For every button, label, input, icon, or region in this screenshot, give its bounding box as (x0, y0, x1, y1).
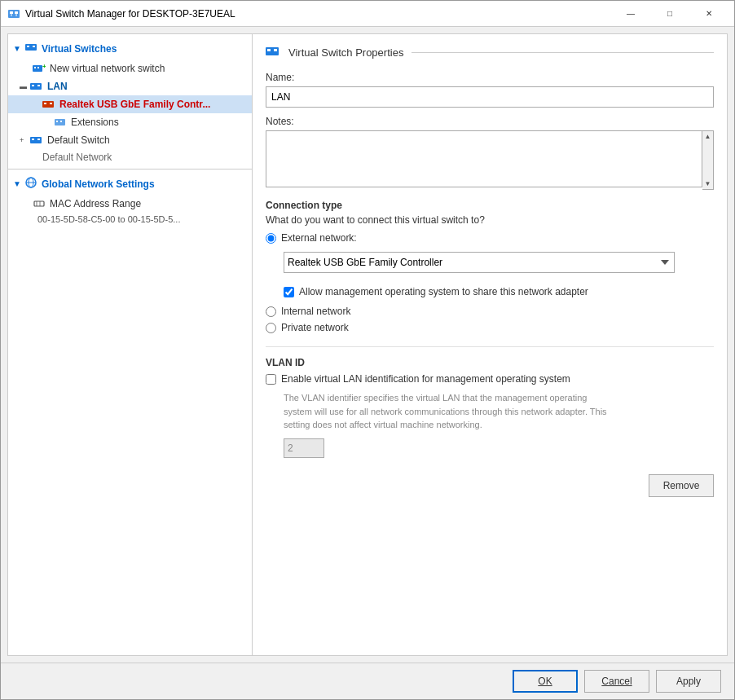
new-switch-label: New virtual network switch (50, 63, 165, 74)
app-icon (7, 7, 20, 20)
global-settings-icon (24, 176, 37, 192)
new-switch-item[interactable]: + New virtual network switch (8, 59, 252, 77)
mac-address-value: 00-15-5D-58-C5-00 to 00-15-5D-5... (8, 213, 252, 226)
expand-icon: + (20, 136, 28, 144)
svg-rect-16 (44, 103, 46, 104)
svg-rect-13 (32, 85, 34, 86)
virtual-switches-header[interactable]: ▼ Virtual Switches (8, 37, 252, 59)
global-settings-header[interactable]: ▼ Global Network Settings (8, 173, 252, 195)
external-radio-label: External network: (281, 232, 357, 244)
vlan-checkbox[interactable] (266, 374, 276, 385)
management-checkbox-label: Allow management operating system to sha… (299, 286, 588, 297)
section-title-row: Virtual Switch Properties (266, 44, 714, 60)
ok-button[interactable]: OK (513, 670, 578, 693)
svg-rect-17 (50, 103, 52, 104)
extensions-item[interactable]: Extensions (8, 113, 252, 131)
remove-button-row: Remove (266, 474, 714, 497)
svg-text:+: + (42, 63, 46, 70)
svg-rect-6 (27, 46, 29, 47)
notes-label: Notes: (266, 116, 714, 127)
management-checkbox[interactable] (284, 287, 294, 297)
global-settings-label: Global Network Settings (42, 178, 155, 190)
external-radio[interactable] (266, 233, 276, 244)
vlan-header: VLAN ID (266, 357, 714, 368)
apply-button[interactable]: Apply (656, 670, 721, 693)
chevron-down-icon: ▼ (13, 44, 21, 53)
default-network-item[interactable]: Default Network (8, 149, 252, 165)
realtek-icon (42, 98, 55, 111)
window-title: Virtual Switch Manager for DESKTOP-3E7UE… (25, 8, 612, 20)
content-area: ▼ Virtual Switches + (7, 33, 728, 656)
svg-rect-19 (56, 121, 58, 122)
extensions-label: Extensions (71, 117, 119, 128)
management-checkbox-item[interactable]: Allow management operating system to sha… (284, 286, 714, 297)
conn-type-header: Connection type (266, 200, 714, 211)
external-network-dropdown[interactable]: Realtek USB GbE Family Controller (284, 252, 675, 273)
scrollbar: ▲ ▼ (702, 130, 714, 190)
main-window: Virtual Switch Manager for DESKTOP-3E7UE… (0, 0, 735, 700)
window-controls: — □ ✕ (612, 1, 728, 27)
default-switch-label: Default Switch (47, 134, 110, 146)
ok-label: OK (538, 676, 552, 687)
realtek-label: Realtek USB GbE Family Contr... (59, 99, 210, 110)
private-radio[interactable] (266, 323, 276, 333)
maximize-button[interactable]: □ (651, 1, 689, 27)
internal-radio-item[interactable]: Internal network (266, 306, 714, 317)
lan-item[interactable]: ▬ LAN (8, 77, 252, 95)
title-bar: Virtual Switch Manager for DESKTOP-3E7UE… (1, 1, 734, 27)
svg-rect-9 (34, 67, 36, 68)
internal-radio-label: Internal network (281, 306, 350, 317)
lan-label: LAN (47, 81, 68, 92)
svg-rect-27 (34, 201, 44, 206)
internal-radio[interactable] (266, 306, 276, 317)
extensions-icon (54, 116, 67, 129)
props-icon (266, 44, 282, 60)
mac-address-item[interactable]: MAC Address Range (8, 195, 252, 213)
cancel-button[interactable]: Cancel (584, 670, 649, 693)
private-radio-label: Private network (281, 322, 349, 333)
svg-rect-2 (15, 11, 18, 14)
vlan-checkbox-item[interactable]: Enable virtual LAN identification for ma… (266, 373, 714, 385)
notes-wrapper: ▲ ▼ (266, 130, 714, 190)
svg-rect-14 (37, 85, 40, 86)
left-panel: ▼ Virtual Switches + (8, 34, 253, 655)
scroll-down-icon: ▼ (703, 178, 713, 189)
svg-rect-10 (37, 67, 39, 68)
name-label: Name: (266, 72, 714, 83)
svg-rect-32 (274, 49, 277, 51)
apply-label: Apply (676, 676, 701, 687)
svg-rect-23 (37, 139, 40, 140)
name-input[interactable] (266, 86, 714, 108)
close-button[interactable]: ✕ (690, 1, 728, 27)
private-radio-item[interactable]: Private network (266, 322, 714, 333)
remove-button[interactable]: Remove (649, 474, 714, 497)
realtek-item[interactable]: Realtek USB GbE Family Contr... (8, 95, 252, 113)
chevron-down-icon2: ▼ (13, 179, 21, 188)
svg-rect-18 (55, 119, 65, 125)
default-switch-icon (30, 134, 43, 147)
virtual-switches-icon (24, 41, 37, 56)
vlan-checkbox-label: Enable virtual LAN identification for ma… (281, 373, 570, 385)
svg-rect-20 (60, 121, 62, 122)
default-switch-item[interactable]: + Default Switch (8, 131, 252, 149)
vlan-description: The VLAN identifier specifies the virtua… (284, 391, 714, 432)
right-panel: Virtual Switch Properties Name: Notes: ▲… (253, 34, 727, 655)
new-switch-icon: + (33, 62, 46, 75)
minimize-button[interactable]: — (612, 1, 649, 27)
collapse-icon: ▬ (20, 82, 28, 90)
notes-input[interactable] (266, 130, 702, 187)
cancel-label: Cancel (601, 676, 632, 687)
connection-type-group: External network: Realtek USB GbE Family… (266, 232, 714, 333)
conn-type-question: What do you want to connect this virtual… (266, 214, 714, 226)
svg-rect-22 (32, 139, 34, 140)
section-title-text: Virtual Switch Properties (288, 46, 403, 59)
vlan-input (284, 438, 324, 458)
default-network-label: Default Network (42, 152, 112, 163)
svg-rect-7 (33, 46, 35, 47)
section-divider (412, 52, 714, 53)
divider (8, 169, 252, 169)
external-dropdown-wrapper: Realtek USB GbE Family Controller (284, 252, 714, 273)
scroll-up-icon: ▲ (703, 131, 713, 142)
mac-icon (33, 197, 46, 210)
external-radio-item[interactable]: External network: (266, 232, 714, 244)
